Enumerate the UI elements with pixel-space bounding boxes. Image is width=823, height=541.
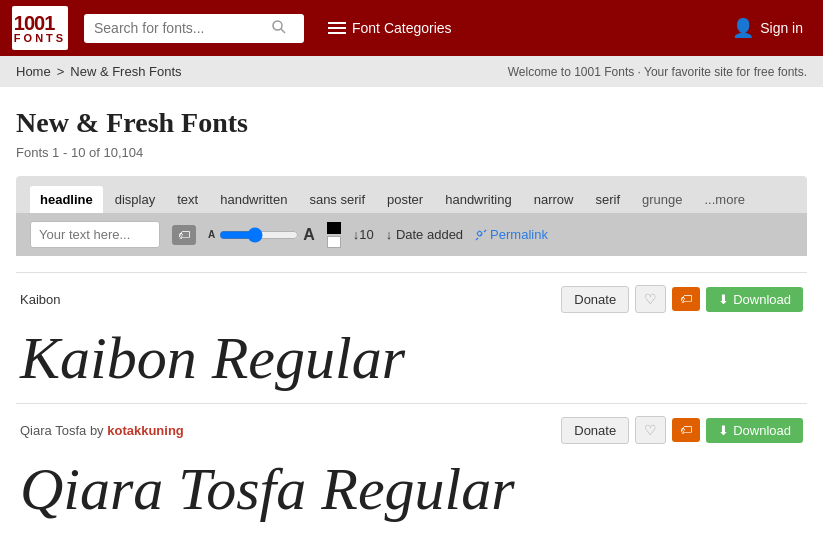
filter-tag-headline[interactable]: headline [30,186,103,213]
page-title: New & Fresh Fonts [16,107,807,139]
main-content: New & Fresh Fonts Fonts 1 - 10 of 10,104… [0,87,823,534]
count-label: ↓10 [353,227,374,242]
site-header: 1001 FONTS Font Categories 👤 Sign in [0,0,823,56]
download-button-qiara[interactable]: ⬇ Download [706,418,803,443]
breadcrumb-home[interactable]: Home [16,64,51,79]
donate-button-qiara[interactable]: Donate [561,417,629,444]
download-arrow-icon-2: ⬇ [718,423,729,438]
breadcrumb-bar: Home > New & Fresh Fonts Welcome to 1001… [0,56,823,87]
search-icon [272,20,286,37]
color-white [327,236,341,248]
link-icon [475,229,487,241]
permalink-link[interactable]: Permalink [475,227,548,242]
svg-line-1 [281,29,285,33]
filter-tag-poster[interactable]: poster [377,186,433,213]
font-size-range[interactable] [219,227,299,243]
svg-rect-2 [477,230,483,236]
filter-tag-more[interactable]: ...more [694,186,754,213]
font-entry-header-qiara: Qiara Tosfa by kotakkuning Donate ♡ 🏷 ⬇ … [16,416,807,444]
permalink-label: Permalink [490,227,548,242]
welcome-message: Welcome to 1001 Fonts · Your favorite si… [508,65,807,79]
font-entry-header-kaibon: Kaibon Donate ♡ 🏷 ⬇ Download [16,285,807,313]
filter-tag-serif[interactable]: serif [585,186,630,213]
controls-bar: 🏷 A A ↓10 ↓ Date added Permalink [16,213,807,256]
filter-tag-text[interactable]: text [167,186,208,213]
heart-button-kaibon[interactable]: ♡ [635,285,666,313]
sign-in-nav[interactable]: 👤 Sign in [724,17,811,39]
filter-tag-handwritten[interactable]: handwritten [210,186,297,213]
user-icon: 👤 [732,17,754,39]
search-input[interactable] [94,20,264,36]
donate-button-kaibon[interactable]: Donate [561,286,629,313]
date-sort-control[interactable]: ↓ Date added [386,227,463,242]
logo-number: 1001 [14,13,66,33]
size-large-label: A [303,226,315,244]
download-button-kaibon[interactable]: ⬇ Download [706,287,803,312]
author-link-qiara[interactable]: kotakkuning [107,423,184,438]
preview-text-input[interactable] [30,221,160,248]
font-categories-nav[interactable]: Font Categories [320,20,460,36]
search-box[interactable] [84,14,304,43]
sign-in-label: Sign in [760,20,803,36]
filter-tag-grunge[interactable]: grunge [632,186,692,213]
svg-point-0 [273,21,282,30]
color-black [327,222,341,234]
font-name-kaibon: Kaibon [20,292,60,307]
size-slider[interactable]: A A [208,226,315,244]
breadcrumb-separator: > [57,64,65,79]
download-arrow-icon: ⬇ [718,292,729,307]
font-entry-qiara: Qiara Tosfa by kotakkuning Donate ♡ 🏷 ⬇ … [16,403,807,534]
logo-text: FONTS [14,33,66,44]
font-preview-kaibon[interactable]: Kaibon Regular [16,321,807,403]
tag-button-kaibon[interactable]: 🏷 [672,287,700,311]
tag-button-qiara[interactable]: 🏷 [672,418,700,442]
count-control[interactable]: ↓10 [353,227,374,242]
filter-bar: headline display text handwritten sans s… [16,176,807,213]
font-actions-qiara: Donate ♡ 🏷 ⬇ Download [561,416,803,444]
tag-icon[interactable]: 🏷 [172,225,196,245]
date-label: ↓ Date added [386,227,463,242]
font-entry-kaibon: Kaibon Donate ♡ 🏷 ⬇ Download Kaibon Regu… [16,272,807,403]
site-logo[interactable]: 1001 FONTS [12,6,68,50]
filter-tag-sans-serif[interactable]: sans serif [299,186,375,213]
size-small-label: A [208,229,215,240]
breadcrumb-current: New & Fresh Fonts [70,64,181,79]
filter-tag-narrow[interactable]: narrow [524,186,584,213]
hamburger-icon [328,22,346,34]
font-author-qiara: Qiara Tosfa by kotakkuning [20,423,184,438]
color-picker[interactable] [327,222,341,248]
filter-tag-display[interactable]: display [105,186,165,213]
page-subtitle: Fonts 1 - 10 of 10,104 [16,145,807,160]
filter-tag-handwriting[interactable]: handwriting [435,186,522,213]
font-preview-qiara[interactable]: Qiara Tosfa Regular [16,452,807,534]
font-actions-kaibon: Donate ♡ 🏷 ⬇ Download [561,285,803,313]
font-categories-label: Font Categories [352,20,452,36]
heart-button-qiara[interactable]: ♡ [635,416,666,444]
